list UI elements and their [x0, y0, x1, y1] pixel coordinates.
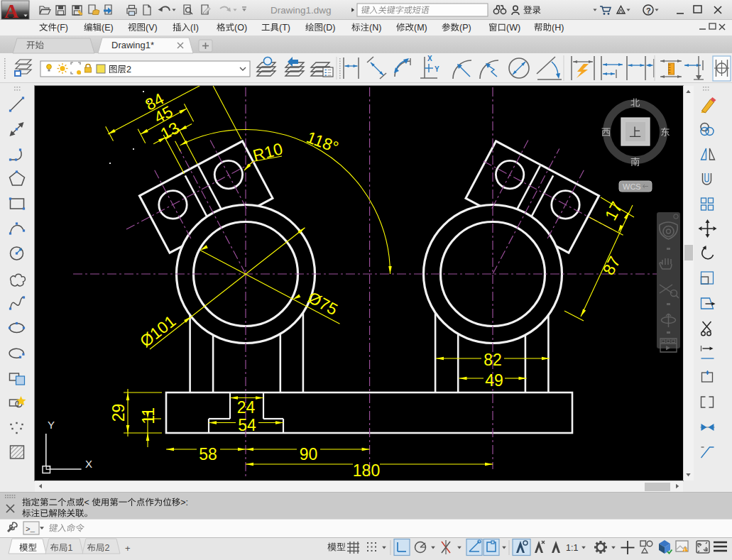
svg-text:(V): (V)	[146, 23, 158, 33]
svg-text:(T): (T)	[279, 23, 290, 33]
svg-text:(P): (P)	[459, 23, 471, 33]
svg-text:+: +	[125, 543, 131, 554]
svg-text:<: <	[84, 498, 89, 507]
svg-text:(H): (H)	[552, 23, 564, 33]
svg-text:Drawing1.dwg: Drawing1.dwg	[271, 5, 332, 16]
svg-text:(N): (N)	[369, 23, 381, 33]
svg-text:>_: >_	[26, 525, 35, 534]
svg-text:2: 2	[126, 65, 131, 75]
svg-text:A: A	[4, 0, 19, 22]
svg-text:(I): (I)	[190, 23, 199, 33]
svg-text:(F): (F)	[57, 23, 68, 33]
svg-text:(E): (E)	[102, 23, 114, 33]
svg-text:!: !	[684, 548, 685, 552]
svg-text:X: X	[427, 55, 432, 62]
svg-text:1:1: 1:1	[566, 543, 578, 553]
svg-text:>:: >:	[180, 498, 188, 507]
svg-text:(O): (O)	[234, 23, 247, 33]
svg-text:2: 2	[105, 543, 110, 553]
svg-text:Drawing1*: Drawing1*	[111, 40, 154, 50]
svg-text:1: 1	[68, 543, 73, 553]
svg-text:Y: Y	[435, 65, 439, 73]
svg-text:?: ?	[646, 6, 651, 15]
svg-text:(D): (D)	[323, 23, 335, 33]
svg-text:(W): (W)	[506, 23, 520, 33]
svg-text:(M): (M)	[414, 23, 427, 33]
